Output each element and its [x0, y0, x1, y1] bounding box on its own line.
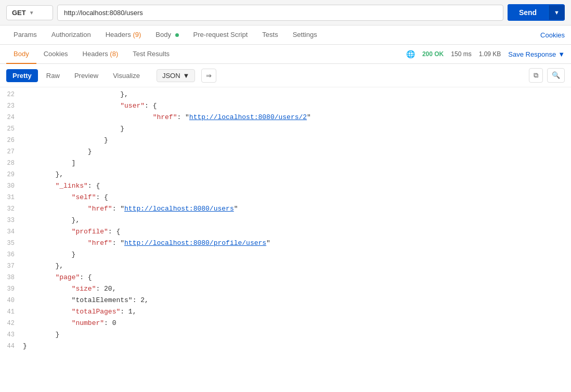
save-response-button[interactable]: Save Response ▼ — [508, 50, 565, 58]
href-link[interactable]: http://localhost:8080/users — [124, 205, 234, 213]
res-tab-cookies[interactable]: Cookies — [36, 45, 75, 64]
copy-button[interactable]: ⧉ — [529, 68, 543, 83]
send-dropdown-button[interactable]: ▼ — [548, 5, 565, 20]
line-content: } — [23, 147, 571, 158]
save-response-chevron: ▼ — [558, 50, 565, 58]
json-line: 41 "totalPages": 1, — [0, 307, 571, 318]
line-content: "totalElements": 2, — [23, 295, 571, 306]
send-btn-group: Send ▼ — [508, 4, 565, 21]
line-number: 28 — [0, 159, 23, 168]
line-content: "user": { — [23, 101, 571, 112]
line-content: } — [23, 124, 571, 135]
line-content: } — [23, 135, 571, 146]
top-bar: GET ▼ Send ▼ — [0, 0, 571, 25]
tab-settings[interactable]: Settings — [286, 25, 325, 45]
res-tab-body[interactable]: Body — [6, 45, 36, 64]
json-line: 32 "href": "http://localhost:8080/users" — [0, 204, 571, 215]
format-label: JSON — [162, 72, 180, 80]
response-size: 1.09 KB — [479, 50, 501, 58]
line-content: "page": { — [23, 272, 571, 283]
line-number: 29 — [0, 170, 23, 180]
method-label: GET — [12, 9, 26, 17]
line-content: }, — [23, 261, 571, 272]
json-line: 26 } — [0, 135, 571, 147]
format-bar-right: ⧉ 🔍 — [529, 68, 565, 83]
json-line: 34 "profile": { — [0, 227, 571, 238]
tab-prerequest[interactable]: Pre-request Script — [186, 25, 255, 45]
line-content: "totalPages": 1, — [23, 307, 571, 318]
line-content: "number": 0 — [23, 318, 571, 329]
tab-params[interactable]: Params — [6, 25, 44, 45]
line-content: ] — [23, 158, 571, 169]
line-content: "href": "http://localhost:8080/users/2" — [23, 112, 571, 123]
line-content: "self": { — [23, 192, 571, 203]
wrap-button[interactable]: ⇒ — [201, 69, 216, 83]
json-line: 30 "_links": { — [0, 181, 571, 192]
line-content: }, — [23, 89, 571, 100]
json-line: 43 } — [0, 330, 571, 341]
format-bar: Pretty Raw Preview Visualize JSON ▼ ⇒ ⧉ … — [0, 64, 571, 87]
tab-headers[interactable]: Headers (9) — [98, 25, 149, 45]
line-number: 35 — [0, 239, 23, 249]
json-line: 31 "self": { — [0, 192, 571, 204]
fmt-tab-visualize[interactable]: Visualize — [107, 69, 146, 82]
send-button[interactable]: Send — [508, 4, 548, 21]
line-content: "profile": { — [23, 227, 571, 238]
line-number: 26 — [0, 136, 23, 146]
line-number: 22 — [0, 90, 23, 100]
line-content: "size": 20, — [23, 284, 571, 295]
fmt-tab-preview[interactable]: Preview — [68, 69, 105, 82]
tab-tests[interactable]: Tests — [255, 25, 285, 45]
line-content: }, — [23, 169, 571, 180]
json-line: 33 }, — [0, 215, 571, 227]
json-line: 29 }, — [0, 169, 571, 181]
res-tab-testresults[interactable]: Test Results — [125, 45, 177, 64]
request-tabs: Params Authorization Headers (9) Body Pr… — [0, 25, 571, 45]
line-number: 30 — [0, 181, 23, 191]
line-content: "href": "http://localhost:8080/users" — [23, 204, 571, 215]
line-number: 40 — [0, 296, 23, 306]
json-line: 38 "page": { — [0, 272, 571, 284]
line-content: "href": "http://localhost:8080/profile/u… — [23, 238, 571, 249]
line-content: }, — [23, 215, 571, 226]
json-line: 23 "user": { — [0, 101, 571, 112]
line-content: } — [23, 330, 571, 341]
json-line: 39 "size": 20, — [0, 284, 571, 295]
status-code: 200 OK — [422, 50, 444, 58]
json-line: 25 } — [0, 124, 571, 135]
format-selector[interactable]: JSON ▼ — [157, 69, 196, 82]
response-tabs: Body Cookies Headers (8) Test Results — [6, 45, 177, 63]
search-button[interactable]: 🔍 — [547, 68, 565, 83]
line-number: 36 — [0, 250, 23, 260]
line-number: 42 — [0, 319, 23, 329]
json-line: 36 } — [0, 250, 571, 261]
json-line: 37 }, — [0, 261, 571, 272]
method-selector[interactable]: GET ▼ — [6, 5, 53, 20]
format-chevron-icon: ▼ — [183, 72, 190, 80]
status-bar: 🌐 200 OK 150 ms 1.09 KB Save Response ▼ — [406, 50, 565, 58]
json-line: 42 "number": 0 — [0, 318, 571, 330]
cookies-link[interactable]: Cookies — [540, 26, 565, 44]
href-link[interactable]: http://localhost:8080/users/2 — [189, 113, 307, 121]
res-tab-headers[interactable]: Headers (8) — [75, 45, 126, 64]
line-number: 33 — [0, 216, 23, 226]
line-content: } — [23, 341, 571, 352]
response-time: 150 ms — [451, 50, 471, 58]
fmt-tab-raw[interactable]: Raw — [40, 69, 66, 82]
line-number: 43 — [0, 330, 23, 340]
href-link[interactable]: http://localhost:8080/profile/users — [124, 239, 266, 247]
res-headers-badge: (8) — [110, 50, 118, 58]
fmt-tab-pretty[interactable]: Pretty — [6, 69, 38, 82]
json-line: 27 } — [0, 147, 571, 158]
url-input[interactable] — [57, 5, 503, 21]
response-tabs-row: Body Cookies Headers (8) Test Results 🌐 … — [0, 45, 571, 64]
line-number: 41 — [0, 307, 23, 317]
tab-body[interactable]: Body — [148, 25, 186, 45]
headers-badge: (9) — [133, 31, 141, 38]
json-line: 40 "totalElements": 2, — [0, 295, 571, 307]
json-line: 24 "href": "http://localhost:8080/users/… — [0, 112, 571, 124]
tab-authorization[interactable]: Authorization — [44, 25, 98, 45]
line-number: 32 — [0, 204, 23, 214]
json-line: 44} — [0, 341, 571, 352]
method-chevron-icon: ▼ — [29, 10, 34, 16]
